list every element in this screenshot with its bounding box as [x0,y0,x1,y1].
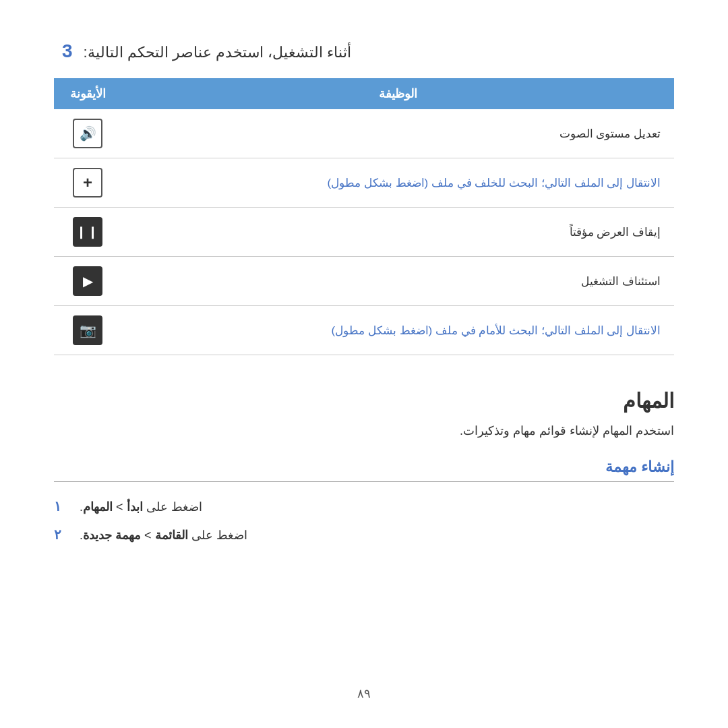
step-2: اضغط على القائمة > مهمة جديدة. ٢ [54,526,674,543]
table-row: الانتقال إلى الملف التالي؛ البحث للخلف ف… [54,158,674,208]
step-1-bold1: ابدأ [127,500,143,514]
step-2-text: اضغط على القائمة > مهمة جديدة. [80,528,247,543]
table-row: استئناف التشغيل ▶ [54,257,674,306]
func-volume-text: تعديل مستوى الصوت [559,127,661,140]
volume-icon: 🔊 [73,119,102,148]
icon-plus-cell: + [54,158,121,208]
table-row: تعديل مستوى الصوت 🔊 [54,109,674,158]
section-3-title: أثناء التشغيل، استخدم عناصر التحكم التال… [84,44,352,61]
func-volume: تعديل مستوى الصوت [121,109,674,158]
icon-pause-cell: ❙❙ [54,208,121,257]
func-forward-text: الانتقال إلى الملف التالي؛ البحث للأمام … [331,324,661,337]
icon-play-cell: ▶ [54,257,121,306]
step-1-text: اضغط على ابدأ > المهام. [80,499,202,514]
tasks-section: المهام استخدم المهام لإنشاء قوائم مهام و… [54,389,674,543]
step-2-bold2: مهمة جديدة [83,528,141,542]
icon-camera-cell: 📷 [54,306,121,355]
icon-volume-cell: 🔊 [54,109,121,158]
play-icon: ▶ [73,266,102,296]
subsection-create-task-title: إنشاء مهمة [54,458,674,482]
camera-icon: 📷 [73,315,102,345]
table-row: إيقاف العرض مؤقتاً ❙❙ [54,208,674,257]
section-3-header: أثناء التشغيل، استخدم عناصر التحكم التال… [54,40,674,62]
step-1-bold2: المهام [83,500,113,514]
control-table: الوظيفة الأيقونة تعديل مستوى الصوت 🔊 الا… [54,78,674,355]
step-2-number: ٢ [54,526,70,543]
th-icon: الأيقونة [54,78,121,109]
page: أثناء التشغيل، استخدم عناصر التحكم التال… [0,0,728,728]
func-pause: إيقاف العرض مؤقتاً [121,208,674,257]
func-back: الانتقال إلى الملف التالي؛ البحث للخلف ف… [121,158,674,208]
func-forward: الانتقال إلى الملف التالي؛ البحث للأمام … [121,306,674,355]
step-2-bold1: القائمة [155,528,188,542]
func-pause-text: إيقاف العرض مؤقتاً [570,226,661,239]
th-function: الوظيفة [121,78,674,109]
pause-icon: ❙❙ [73,217,102,247]
step-1: اضغط على ابدأ > المهام. ١ [54,498,674,514]
plus-icon: + [73,168,102,198]
section-3-number: 3 [62,40,73,62]
step-1-number: ١ [54,498,70,514]
table-header-row: الوظيفة الأيقونة [54,78,674,109]
tasks-main-title: المهام [54,389,674,413]
table-row: الانتقال إلى الملف التالي؛ البحث للأمام … [54,306,674,355]
func-back-text: الانتقال إلى الملف التالي؛ البحث للخلف ف… [327,177,661,189]
tasks-description: استخدم المهام لإنشاء قوائم مهام وتذكيرات… [54,423,674,438]
page-number: ٨٩ [357,686,371,701]
func-play: استئناف التشغيل [121,257,674,306]
func-play-text: استئناف التشغيل [581,275,661,288]
